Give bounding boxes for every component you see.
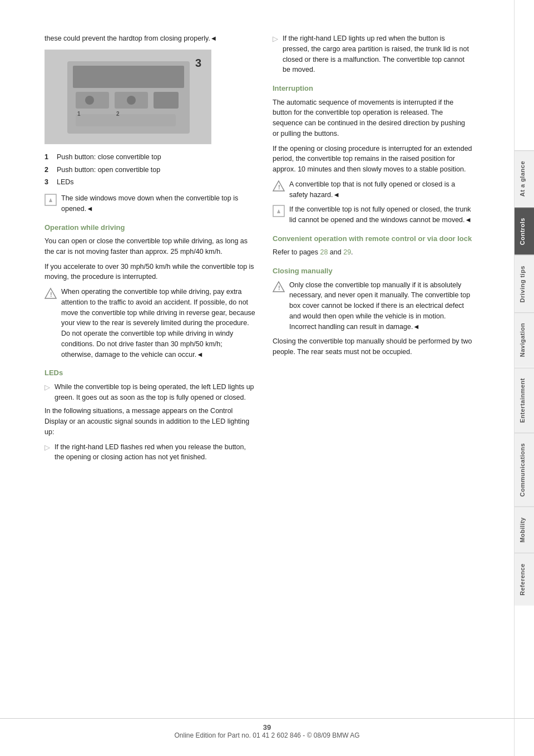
interruption-heading: Interruption: [273, 83, 473, 94]
interruption-note2-text: If the convertible top is not fully open…: [289, 204, 473, 225]
leds-heading: LEDs: [44, 367, 256, 379]
interruption-note2-box: If the convertible top is not fully open…: [273, 204, 473, 225]
svg-text:3: 3: [195, 57, 201, 69]
svg-text:1: 1: [77, 111, 81, 117]
page-number: 39: [263, 723, 271, 732]
numbered-list: 1 Push button: close convertible top 2 P…: [44, 152, 256, 188]
closing-warning-text: Only close the convertible top manually …: [289, 280, 473, 332]
convenient-heading: Convenient operation with remote control…: [273, 233, 473, 244]
convenient-text: Refer to pages 28 and 29.: [273, 247, 473, 258]
warning-icon-safety: !: [273, 180, 285, 192]
list-item-1: 1 Push button: close convertible top: [44, 152, 256, 163]
svg-text:2: 2: [116, 111, 120, 117]
arrow-bullet-icon-3: ▷: [273, 33, 279, 75]
svg-text:!: !: [50, 291, 52, 298]
svg-point-8: [127, 96, 136, 105]
warning-icon-driving: !: [44, 287, 57, 300]
sidebar-tab-reference[interactable]: Reference: [515, 553, 535, 606]
item-num-3: 3: [44, 177, 52, 188]
leds-following-text: In the following situations, a message a…: [44, 406, 256, 437]
sidebar-tab-mobility[interactable]: Mobility: [515, 507, 535, 553]
closing-manually-heading: Closing manually: [273, 266, 473, 277]
sidebar-tab-entertainment[interactable]: Entertainment: [515, 367, 535, 433]
arrow-bullet-icon-1: ▷: [44, 382, 51, 403]
left-column: these could prevent the hardtop from clo…: [44, 33, 256, 723]
leds-bullet-2: ▷ If the right-hand LED flashes red when…: [44, 442, 256, 463]
warning-icon-closing: !: [273, 281, 285, 293]
sidebar-tab-controls[interactable]: Controls: [515, 207, 535, 255]
interruption-warning-box: ! A convertible top that is not fully op…: [273, 179, 473, 200]
svg-marker-19: [277, 209, 280, 213]
item-num-2: 2: [44, 165, 52, 175]
right-hand-led-bullet: ▷ If the right-hand LED lights up red wh…: [273, 33, 473, 75]
sidebar-tab-driving-tips[interactable]: Driving tips: [515, 255, 535, 313]
svg-marker-13: [49, 198, 52, 202]
right-column: ▷ If the right-hand LED lights up red wh…: [273, 33, 473, 723]
svg-rect-6: [76, 114, 176, 126]
list-item-2: 2 Push button: open convertible top: [44, 165, 256, 175]
page-link-29[interactable]: 29: [343, 248, 351, 256]
closing-warning-box: ! Only close the convertible top manuall…: [273, 280, 473, 332]
interruption-warning-text: A convertible top that is not fully open…: [289, 179, 473, 200]
closing-p2: Closing the convertible top manually sho…: [273, 336, 473, 357]
page-link-28[interactable]: 28: [320, 248, 328, 256]
triangle-note-icon: [44, 194, 57, 206]
side-windows-note: The side windows move down when the conv…: [44, 193, 256, 214]
svg-point-7: [85, 96, 94, 105]
page-footer: 39 Online Edition for Part no. 01 41 2 6…: [0, 718, 534, 739]
svg-text:!: !: [278, 284, 280, 291]
triangle-note-icon-2: [273, 205, 285, 217]
operation-driving-heading: Operation while driving: [44, 222, 256, 233]
sidebar: At a glance Controls Driving tips Naviga…: [514, 0, 534, 756]
operation-warning-text: When operating the convertible top while…: [61, 287, 256, 360]
svg-rect-2: [73, 66, 184, 88]
item-num-1: 1: [44, 152, 52, 163]
svg-text:!: !: [278, 184, 280, 190]
list-item-3: 3 LEDs: [44, 177, 256, 188]
side-windows-text: The side windows move down when the conv…: [61, 193, 256, 214]
car-dashboard-image: 1 2 3: [44, 50, 211, 144]
sidebar-tab-navigation[interactable]: Navigation: [515, 312, 535, 367]
leds-bullet-1: ▷ While the convertible top is being ope…: [44, 382, 256, 403]
intro-text: these could prevent the hardtop from clo…: [44, 33, 256, 44]
sidebar-tab-at-a-glance[interactable]: At a glance: [515, 150, 535, 207]
footer-text: Online Edition for Part no. 01 41 2 602 …: [174, 732, 359, 739]
operation-warning-box: ! When operating the convertible top whi…: [44, 287, 256, 360]
svg-rect-5: [154, 92, 179, 109]
arrow-bullet-icon-2: ▷: [44, 442, 51, 463]
sidebar-tab-communications[interactable]: Communications: [515, 433, 535, 507]
interruption-p1: The automatic sequence of movements is i…: [273, 97, 473, 139]
operation-p2: If you accelerate to over 30 mph/50 km/h…: [44, 262, 256, 283]
interruption-p2: If the opening or closing procedure is i…: [273, 144, 473, 175]
operation-p1: You can open or close the convertible to…: [44, 236, 256, 257]
